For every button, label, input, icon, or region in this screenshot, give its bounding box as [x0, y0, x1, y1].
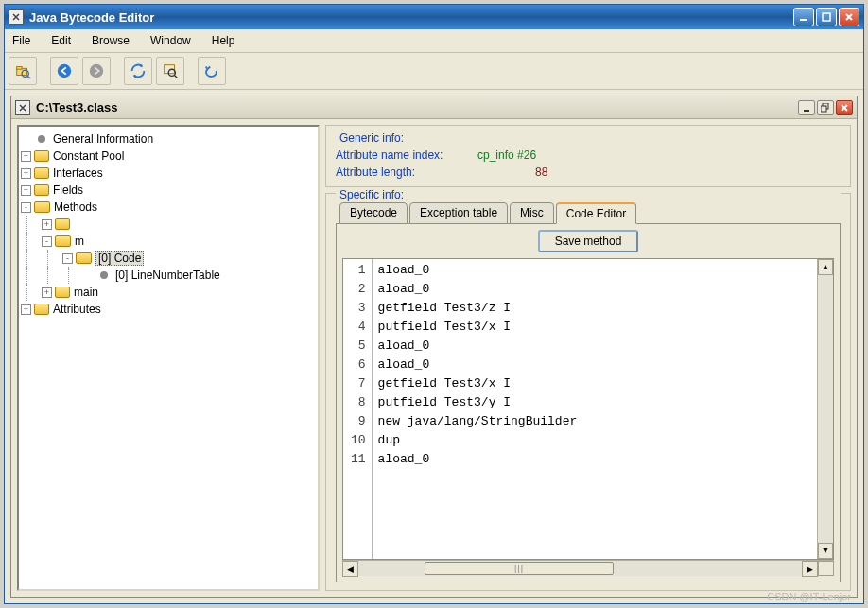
tree-item-label: Attributes: [53, 303, 101, 316]
code-line[interactable]: putfield Test3/x I: [378, 318, 811, 337]
tree-expander-icon[interactable]: -: [62, 253, 73, 264]
code-line[interactable]: aload_0: [378, 261, 811, 280]
svg-line-5: [27, 76, 30, 78]
code-line[interactable]: getfield Test3/x I: [378, 374, 811, 393]
tree-item[interactable]: +Fields: [21, 182, 316, 199]
minimize-button[interactable]: [793, 8, 814, 26]
tree-item-label: main: [74, 286, 98, 299]
code-line[interactable]: aload_0: [378, 356, 811, 374]
code-line[interactable]: dup: [378, 431, 811, 450]
line-number: 5: [351, 337, 366, 356]
line-number: 1: [351, 261, 366, 280]
toolbar: [5, 53, 863, 90]
menubar: File Edit Browse Window Help: [5, 29, 863, 53]
tree-expander-icon[interactable]: +: [42, 287, 52, 298]
vertical-scrollbar[interactable]: ▲ ▼: [817, 259, 833, 559]
right-panel: Generic info: Attribute name index: cp_i…: [325, 125, 851, 591]
line-number: 4: [351, 318, 366, 337]
tree-expander-icon[interactable]: +: [21, 304, 31, 315]
tree-panel[interactable]: General Information+Constant Pool+Interf…: [17, 125, 320, 591]
svg-point-7: [90, 64, 103, 78]
tree-item[interactable]: +Constant Pool: [21, 148, 316, 165]
scroll-left-button[interactable]: ◀: [342, 561, 358, 577]
search-icon[interactable]: [156, 57, 184, 85]
tree-item-label: [0] LineNumberTable: [115, 269, 220, 282]
tab-strip: BytecodeException tableMiscCode Editor: [336, 201, 841, 223]
tree-expander-icon[interactable]: +: [21, 151, 31, 162]
app-title: Java Bytecode Editor: [29, 10, 793, 25]
code-line[interactable]: getfield Test3/z I: [378, 299, 811, 318]
code-line[interactable]: aload_0: [378, 337, 811, 356]
close-button[interactable]: [839, 8, 859, 26]
tree-expander-icon[interactable]: +: [21, 185, 31, 196]
maximize-button[interactable]: [816, 8, 837, 26]
scroll-up-button[interactable]: ▲: [818, 259, 833, 275]
tab-bytecode[interactable]: Bytecode: [339, 202, 408, 224]
document-window: C:\Test3.class General Information+Const…: [10, 96, 858, 598]
menu-help[interactable]: Help: [208, 31, 239, 50]
scrollbar-corner: [818, 561, 834, 576]
document-close-button[interactable]: [836, 100, 853, 115]
scroll-track-vertical[interactable]: [818, 275, 833, 543]
attr-name-index-value[interactable]: cp_info #26: [477, 148, 536, 162]
line-number: 10: [351, 431, 366, 450]
code-editor[interactable]: 1234567891011 aload_0aload_0getfield Tes…: [342, 258, 834, 560]
code-line[interactable]: new java/lang/StringBuilder: [378, 412, 811, 431]
open-icon[interactable]: [9, 57, 37, 85]
menu-edit[interactable]: Edit: [47, 31, 75, 50]
svg-point-6: [58, 64, 71, 78]
forward-icon[interactable]: [82, 57, 111, 85]
svg-line-10: [175, 76, 178, 78]
document-titlebar[interactable]: C:\Test3.class: [11, 96, 857, 119]
undo-icon[interactable]: [198, 57, 226, 85]
svg-rect-11: [804, 110, 809, 112]
tree-item[interactable]: [0] LineNumberTable: [21, 267, 316, 284]
tabs-container: BytecodeException tableMiscCode Editor S…: [336, 201, 841, 582]
tree-expander-icon[interactable]: -: [21, 202, 31, 213]
tree-item[interactable]: +: [21, 216, 316, 233]
scroll-track-horizontal[interactable]: |||: [358, 561, 802, 576]
tree-expander-icon[interactable]: +: [42, 219, 52, 230]
toolbar-separator: [188, 57, 194, 85]
tree-item[interactable]: -m: [21, 233, 316, 250]
folder-icon: [34, 167, 49, 179]
tree-item[interactable]: +Interfaces: [21, 165, 316, 182]
line-number: 7: [351, 374, 366, 393]
menu-browse[interactable]: Browse: [88, 31, 133, 50]
specific-info-group: Specific info: BytecodeException tableMi…: [325, 193, 851, 591]
scroll-down-button[interactable]: ▼: [818, 543, 833, 559]
document-restore-button[interactable]: [817, 100, 834, 115]
document-title: C:\Test3.class: [36, 100, 798, 114]
tab-exception-table[interactable]: Exception table: [409, 202, 508, 224]
scroll-thumb-horizontal[interactable]: |||: [425, 562, 614, 575]
tree-item-label: Interfaces: [53, 166, 103, 180]
tree-root[interactable]: General Information: [21, 130, 316, 148]
tree-item[interactable]: -Methods: [21, 199, 316, 216]
document-minimize-button[interactable]: [798, 100, 815, 115]
tree-item[interactable]: +main: [21, 284, 316, 301]
tree-item-label: Constant Pool: [53, 149, 124, 163]
menu-window[interactable]: Window: [147, 31, 195, 50]
save-method-button[interactable]: Save method: [538, 230, 639, 252]
tree-item[interactable]: -[0] Code: [21, 250, 316, 267]
generic-info-group: Generic info: Attribute name index: cp_i…: [325, 125, 851, 187]
scroll-right-button[interactable]: ▶: [802, 561, 818, 577]
code-line[interactable]: aload_0: [378, 280, 811, 299]
folder-icon: [55, 218, 70, 230]
tree-item[interactable]: +Attributes: [21, 301, 316, 318]
horizontal-scrollbar[interactable]: ◀ ||| ▶: [342, 560, 834, 576]
tab-misc[interactable]: Misc: [510, 202, 554, 224]
titlebar[interactable]: Java Bytecode Editor: [5, 5, 863, 29]
tree-expander-icon[interactable]: +: [21, 168, 31, 179]
toolbar-separator: [114, 57, 120, 85]
tab-code-editor[interactable]: Code Editor: [556, 202, 636, 224]
code-line[interactable]: putfield Test3/y I: [378, 393, 811, 412]
folder-icon: [34, 150, 49, 162]
code-line[interactable]: aload_0: [378, 450, 811, 469]
line-number: 6: [351, 356, 366, 374]
menu-file[interactable]: File: [9, 31, 34, 50]
back-icon[interactable]: [50, 57, 78, 85]
code-text[interactable]: aload_0aload_0getfield Test3/z Iputfield…: [373, 259, 817, 559]
refresh-icon[interactable]: [124, 57, 152, 85]
tree-expander-icon[interactable]: -: [42, 236, 52, 247]
